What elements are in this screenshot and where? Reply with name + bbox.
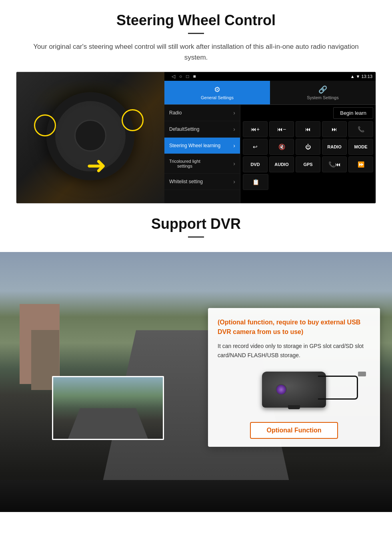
menu-radio-label: Radio [169,110,182,116]
menu-default-label: DefaultSetting [169,126,199,132]
prev-btn[interactable]: ⏮ [296,121,320,137]
control-grid-row4: 📋 [243,174,373,190]
menu-whitelist-label: Whitelist setting [169,179,203,184]
yellow-circle-left [34,114,56,136]
menu-steering-label: Steering Wheel learning [169,143,220,148]
begin-learn-row: Begin learn [243,107,373,119]
chevron-icon: › [233,160,235,167]
yellow-arrow-icon: ➜ [86,154,106,178]
vol-minus-btn[interactable]: ⏮− [269,121,294,137]
tab-general-settings[interactable]: ⚙ General Settings [164,81,270,104]
settings-menu-list: Radio › DefaultSetting › Steering Wheel … [164,105,240,203]
hangup-btn[interactable]: ↩ [243,139,268,155]
dvr-info-box: (Optional function, require to buy exter… [208,308,380,447]
title-divider [188,33,204,34]
chevron-icon: › [233,142,235,149]
control-panel: Begin learn ⏮+ ⏮− ⏮ ⏭ 📞 ↩ 🔇 ⏻ [240,105,376,203]
dvr-title-area: Support DVR [0,204,392,252]
steering-section: Steering Wheel Control Your original car… [0,0,392,204]
dvr-description: It can record video only to storage in G… [218,342,370,360]
chevron-icon: › [233,178,235,185]
status-icons: ▲ ▼ 13:13 [350,74,372,79]
control-grid-row1: ⏮+ ⏮− ⏮ ⏭ 📞 [243,121,373,137]
tab-general-label: General Settings [201,95,234,100]
yellow-circle-right [122,109,144,131]
dvr-cable [318,376,358,400]
call-prev-btn[interactable]: 📞⏮ [322,156,347,172]
dvr-lens [276,384,287,395]
mode-btn[interactable]: MODE [348,139,373,155]
dvd-btn[interactable]: DVD [243,156,268,172]
playlist-btn[interactable]: 📋 [243,174,268,190]
system-settings-icon: 🔗 [318,85,327,94]
dvr-background-photo: (Optional function, require to buy exter… [0,252,392,512]
nav-buttons: ◁ ○ □ ■ [172,74,196,79]
menu-icon[interactable]: ■ [193,74,196,79]
dvr-device-illustration [218,368,370,416]
dvr-optional-text: (Optional function, require to buy exter… [218,318,370,337]
control-grid-row3: DVD AUDIO GPS 📞⏮ ⏩ [243,156,373,172]
chevron-icon: › [233,126,235,132]
menu-item-tricoloured[interactable]: Tricoloured lightsettings › [164,154,240,174]
dvr-title-divider [188,236,204,238]
thumbnail-road [68,408,148,439]
gps-btn[interactable]: GPS [296,156,320,172]
general-settings-icon: ⚙ [214,85,220,94]
audio-btn[interactable]: AUDIO [269,156,294,172]
tab-system-settings[interactable]: 🔗 System Settings [270,81,376,104]
time-display: 13:13 [361,74,372,79]
menu-item-steering-wheel-learning[interactable]: Steering Wheel learning › [164,138,240,154]
power-btn[interactable]: ⏻ [296,139,320,155]
menu-item-whitelist[interactable]: Whitelist setting › [164,174,240,190]
radio-btn[interactable]: RADIO [322,139,347,155]
tab-bar: ⚙ General Settings 🔗 System Settings [164,81,376,105]
steering-wheel-hub [74,120,106,152]
mute-btn[interactable]: 🔇 [269,139,294,155]
dashboard-bottom [0,480,392,512]
dvr-title: Support DVR [0,216,392,232]
recents-icon[interactable]: □ [186,74,189,79]
tab-system-label: System Settings [307,95,338,100]
dvr-section: Support DVR (Optional function, require … [0,204,392,512]
menu-item-defaultsetting[interactable]: DefaultSetting › [164,121,240,138]
steering-wheel-photo: ➜ [16,72,164,204]
optional-function-button[interactable]: Optional Function [250,422,338,439]
chevron-icon: › [233,110,235,116]
dvr-thumbnail-image [52,376,164,440]
usb-plug-icon [358,372,366,376]
steering-title: Steering Wheel Control [16,12,376,29]
signal-icon: ▲ [350,74,355,79]
skip-next-btn[interactable]: ⏩ [348,156,373,172]
menu-item-radio[interactable]: Radio › [164,105,240,121]
wifi-icon: ▼ [356,74,360,79]
dvr-device-body [262,372,326,408]
back-icon[interactable]: ◁ [172,74,175,79]
steering-ui-screenshot: ➜ ◁ ○ □ ■ ▲ ▼ 13:13 ⚙ [16,72,376,204]
status-bar: ◁ ○ □ ■ ▲ ▼ 13:13 [164,72,376,81]
menu-content-area: Radio › DefaultSetting › Steering Wheel … [164,105,376,203]
vol-plus-btn[interactable]: ⏮+ [243,121,268,137]
next-btn[interactable]: ⏭ [322,121,347,137]
call-btn[interactable]: 📞 [348,121,373,137]
menu-tricoloured-label: Tricoloured lightsettings [169,159,200,168]
control-grid-row2: ↩ 🔇 ⏻ RADIO MODE [243,139,373,155]
begin-learn-button[interactable]: Begin learn [333,107,373,119]
home-icon[interactable]: ○ [179,74,182,79]
steering-subtitle: Your original car's steering wheel contr… [32,41,360,63]
android-ui: ◁ ○ □ ■ ▲ ▼ 13:13 ⚙ General Settings [164,72,376,203]
